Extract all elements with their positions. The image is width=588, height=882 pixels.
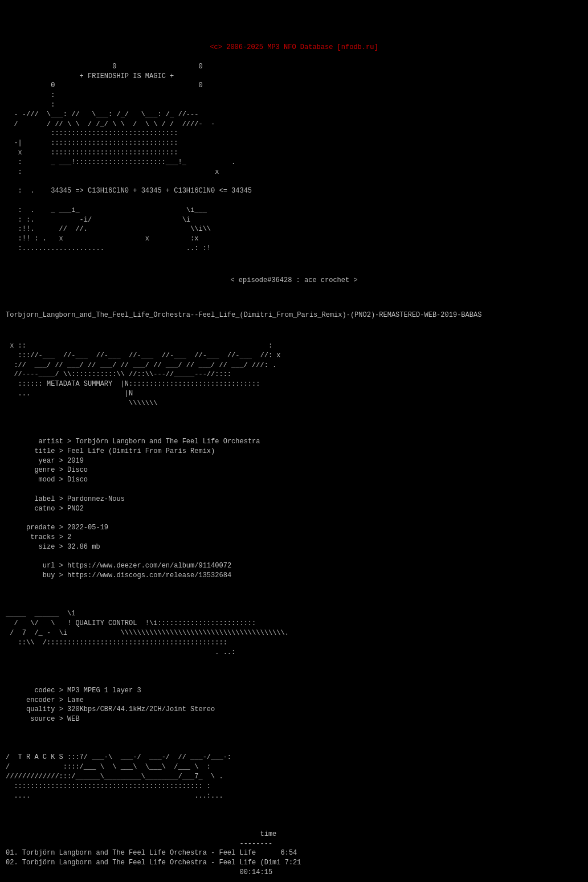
filename-line: Torbjorn_Langborn_and_The_Feel_Life_Orch…: [6, 311, 582, 320]
quality-banner: _____ ______ \i / \/ \ ! QUALITY CONTROL…: [6, 600, 582, 658]
copyright-header: <c> 2006-2025 MP3 NFO Database [nfodb.ru…: [6, 43, 582, 52]
catno-field: catno > PNO2: [34, 505, 83, 513]
buy-field: buy > https://www.discogs.com/release/13…: [43, 571, 231, 579]
genre-field: genre > Disco: [34, 466, 88, 474]
url-field: url > https://www.deezer.com/en/album/91…: [43, 562, 231, 570]
track1-row: 01. Torbjörn Langborn and The Feel Life …: [6, 849, 301, 876]
tracks-banner: / T R A C K S :::7/ ___-\ ___-/ ___-/ //…: [6, 744, 582, 801]
source-field: source > WEB: [30, 715, 79, 723]
mood-field: mood > Disco: [39, 476, 88, 484]
label-field: label > Pardonnez-Nous: [34, 495, 124, 503]
banner-ascii: x :: : ::://-___ //-___ //-___ //-___ //…: [6, 341, 582, 409]
year-field: year > 2019: [39, 457, 84, 465]
encoder-field: encoder > Lame: [26, 696, 84, 704]
metadata-section: artist > Torbjörn Langborn and The Feel …: [6, 427, 582, 581]
ascii-art-top: 0 0 + FRIENDSHIP IS MAGIC + 0 0 : : - -/…: [6, 62, 582, 254]
episode-line: < episode#36428 : ace crochet >: [6, 276, 582, 285]
quality-field: quality > 320Kbps/CBR/44.1kHz/2CH/Joint …: [26, 705, 215, 713]
quality-section: codec > MP3 MPEG 1 layer 3 encoder > Lam…: [6, 676, 582, 724]
tracks-field: tracks > 2: [30, 533, 71, 541]
size-field: size > 32.86 mb: [39, 543, 100, 551]
predate-field: predate > 2022-05-19: [26, 524, 108, 532]
artist-field: artist > Torbjörn Langborn and The Feel …: [30, 438, 260, 446]
tracks-section: time -------- 01. Torbjörn Langborn and …: [6, 820, 582, 877]
title-field: title > Feel Life (Dimitri From Paris Re…: [34, 447, 215, 455]
codec-field: codec > MP3 MPEG 1 layer 3: [34, 687, 141, 695]
